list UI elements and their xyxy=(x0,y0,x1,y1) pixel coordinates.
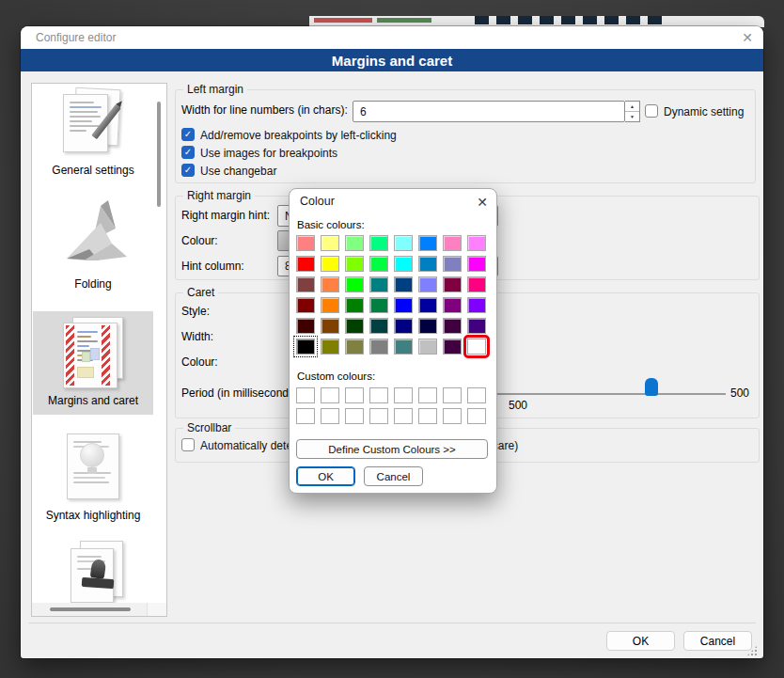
colour-swatch[interactable] xyxy=(345,276,364,292)
colour-swatch[interactable] xyxy=(369,297,388,313)
colour-swatch[interactable] xyxy=(394,297,413,313)
colour-swatch[interactable] xyxy=(296,318,315,334)
colour-swatch[interactable] xyxy=(296,235,315,251)
colour-swatch[interactable] xyxy=(467,318,486,334)
colour-swatch[interactable] xyxy=(394,387,413,403)
checkbox-box[interactable]: ✓ xyxy=(181,128,195,141)
define-custom-colours-button[interactable]: Define Custom Colours >> xyxy=(296,439,488,459)
colour-swatch[interactable] xyxy=(394,408,413,424)
colour-swatch[interactable] xyxy=(418,318,437,334)
colour-swatch[interactable] xyxy=(296,387,315,403)
colour-swatch[interactable] xyxy=(394,256,413,272)
colour-swatch[interactable] xyxy=(394,339,413,355)
colour-swatch[interactable] xyxy=(345,235,364,251)
sidebar-item-margins-and-caret[interactable]: Margins and caret xyxy=(33,315,153,407)
colour-swatch[interactable] xyxy=(418,387,437,403)
sidebar-item-syntax-highlighting[interactable]: Syntax highlighting xyxy=(33,430,153,522)
colour-swatch[interactable] xyxy=(418,297,437,313)
sidebar-item-label: Margins and caret xyxy=(48,394,138,407)
colour-swatch[interactable] xyxy=(369,339,388,355)
close-icon[interactable]: ✕ xyxy=(737,28,758,47)
dynamic-setting-checkbox[interactable]: Dynamic setting xyxy=(645,104,744,118)
colour-swatch[interactable] xyxy=(296,408,315,424)
colour-swatch[interactable] xyxy=(296,339,315,355)
colour-swatch[interactable] xyxy=(418,339,437,355)
colour-swatch[interactable] xyxy=(467,408,486,424)
changebar-checkbox[interactable]: ✓ Use changebar xyxy=(181,164,276,178)
colour-swatch[interactable] xyxy=(467,256,486,272)
page-title: Margins and caret xyxy=(332,53,452,69)
sidebar-item-partial[interactable] xyxy=(33,539,153,608)
document-pencil-icon xyxy=(55,87,131,160)
checkbox-box[interactable]: ✓ xyxy=(181,146,195,159)
colour-swatch[interactable] xyxy=(467,276,486,292)
colour-swatch[interactable] xyxy=(369,387,388,403)
colour-swatch[interactable] xyxy=(369,318,388,334)
colour-swatch[interactable] xyxy=(321,297,339,313)
colour-swatch[interactable] xyxy=(321,235,339,251)
line-number-width-input[interactable]: 6 xyxy=(353,101,625,122)
colour-swatch[interactable] xyxy=(345,318,364,334)
colour-swatch[interactable] xyxy=(345,256,364,272)
colour-swatch[interactable] xyxy=(369,256,388,272)
colour-swatch[interactable] xyxy=(345,339,364,355)
colour-swatch[interactable] xyxy=(345,387,364,403)
colour-swatch[interactable] xyxy=(467,235,486,251)
colour-swatch[interactable] xyxy=(443,339,462,355)
checkbox-box[interactable]: ✓ xyxy=(181,164,195,177)
colour-swatch[interactable] xyxy=(321,256,339,272)
breakpoints-left-click-checkbox[interactable]: ✓ Add/remove breakpoints by left-clickin… xyxy=(181,128,397,142)
colour-swatch[interactable] xyxy=(321,276,339,292)
spinner-down-icon[interactable]: ▼ xyxy=(625,112,639,121)
cancel-button[interactable]: Cancel xyxy=(683,631,752,651)
colour-swatch[interactable] xyxy=(418,235,437,251)
colour-swatch[interactable] xyxy=(394,318,413,334)
colour-swatch[interactable] xyxy=(443,256,462,272)
caret-period-slider-thumb[interactable] xyxy=(645,378,658,396)
colour-dialog-title: Colour xyxy=(300,195,335,208)
colour-swatch[interactable] xyxy=(296,256,315,272)
colour-swatch[interactable] xyxy=(321,408,339,424)
sidebar-item-general-settings[interactable]: General settings xyxy=(33,87,153,177)
colour-swatch[interactable] xyxy=(369,408,388,424)
colour-swatch[interactable] xyxy=(467,339,486,355)
sidebar-item-label: General settings xyxy=(52,164,133,177)
colour-swatch[interactable] xyxy=(418,256,437,272)
colour-swatch[interactable] xyxy=(418,408,437,424)
close-icon[interactable]: ✕ xyxy=(472,193,493,212)
breakpoint-images-checkbox[interactable]: ✓ Use images for breakpoints xyxy=(181,146,337,160)
titlebar[interactable] xyxy=(21,26,763,49)
sidebar-vertical-scrollbar[interactable] xyxy=(157,102,161,207)
colour-swatch[interactable] xyxy=(296,276,315,292)
colour-swatch[interactable] xyxy=(467,297,486,313)
custom-colour-grid xyxy=(296,387,486,424)
sidebar-horizontal-scrollbar-thumb[interactable] xyxy=(50,607,131,611)
sidebar-item-folding[interactable]: Folding xyxy=(33,198,153,291)
colour-swatch[interactable] xyxy=(443,276,462,292)
colour-swatch[interactable] xyxy=(443,318,462,334)
colour-swatch[interactable] xyxy=(418,276,437,292)
colour-swatch[interactable] xyxy=(443,387,462,403)
spinner-up-icon[interactable]: ▲ xyxy=(625,102,639,112)
colour-swatch[interactable] xyxy=(369,235,388,251)
colour-swatch[interactable] xyxy=(345,408,364,424)
colour-swatch[interactable] xyxy=(443,297,462,313)
colour-swatch[interactable] xyxy=(321,387,339,403)
checkbox-box[interactable] xyxy=(645,104,658,118)
line-number-width-spinner: ▲ ▼ xyxy=(625,101,640,122)
colour-swatch[interactable] xyxy=(321,339,339,355)
colour-swatch[interactable] xyxy=(394,235,413,251)
colour-swatch[interactable] xyxy=(345,297,364,313)
colour-swatch[interactable] xyxy=(296,297,315,313)
colour-cancel-button[interactable]: Cancel xyxy=(364,466,423,486)
scrollbar-corner xyxy=(147,603,166,616)
colour-swatch[interactable] xyxy=(394,276,413,292)
colour-swatch[interactable] xyxy=(467,387,486,403)
colour-swatch[interactable] xyxy=(443,408,462,424)
colour-swatch[interactable] xyxy=(321,318,339,334)
ok-button[interactable]: OK xyxy=(606,631,675,651)
checkbox-box[interactable] xyxy=(181,438,195,451)
colour-ok-button[interactable]: OK xyxy=(296,466,355,486)
colour-swatch[interactable] xyxy=(369,276,388,292)
colour-swatch[interactable] xyxy=(443,235,462,251)
